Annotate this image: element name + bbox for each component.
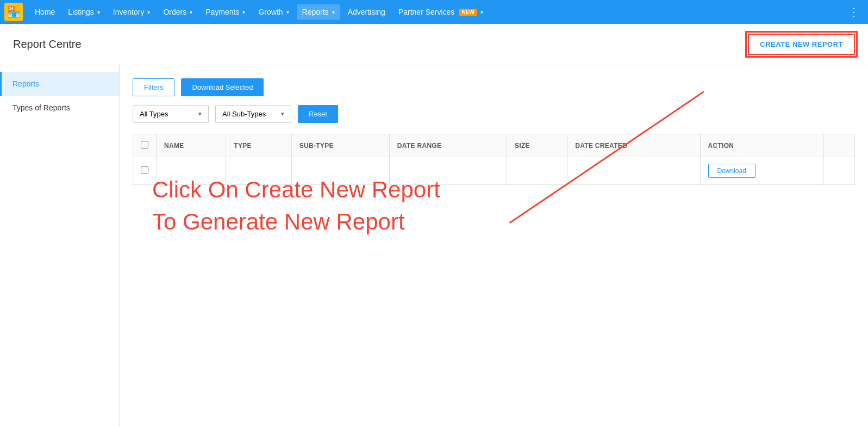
sidebar-item-reports[interactable]: Reports <box>0 72 119 96</box>
all-subtypes-label: All Sub-Types <box>222 110 266 118</box>
row-extra <box>824 157 855 185</box>
sidebar-item-types-of-reports[interactable]: Types of Reports <box>0 96 119 120</box>
row-subtype <box>291 157 389 185</box>
nav-advertising[interactable]: Advertising <box>342 4 391 20</box>
row-name <box>157 157 226 185</box>
all-subtypes-dropdown[interactable]: All Sub-Types ▾ <box>215 105 291 123</box>
col-type: TYPE <box>226 134 291 157</box>
logo[interactable]: 🏪 <box>4 3 23 21</box>
content-area: Filters Download Selected All Types ▾ Al… <box>120 65 868 427</box>
nav-reports-label: Reports <box>302 8 329 16</box>
nav-advertising-label: Advertising <box>348 8 385 16</box>
row-size <box>507 157 567 185</box>
new-badge: NEW <box>459 9 477 16</box>
nav-payments[interactable]: Payments ▾ <box>200 4 251 20</box>
col-checkbox <box>133 134 157 157</box>
col-extra <box>824 134 855 157</box>
row-checkbox[interactable] <box>141 166 148 174</box>
row-action: Download <box>700 157 824 185</box>
chevron-down-icon: ▾ <box>480 9 483 15</box>
more-options-icon[interactable]: ⋮ <box>844 3 864 21</box>
table-header-row: NAME TYPE SUB-TYPE DATE RANGE SIZE <box>133 134 855 157</box>
chevron-down-icon: ▾ <box>97 9 100 15</box>
chevron-down-icon: ▾ <box>242 9 245 15</box>
chevron-down-icon: ▾ <box>286 9 289 15</box>
sidebar-types-label: Types of Reports <box>13 103 70 112</box>
row-checkbox-cell <box>133 157 157 185</box>
chevron-down-icon: ▾ <box>190 9 192 15</box>
main-layout: Reports Types of Reports Filters Downloa… <box>0 65 868 427</box>
navbar: 🏪 Home Listings ▾ Inventory ▾ Orders ▾ P… <box>0 0 868 24</box>
all-types-dropdown[interactable]: All Types ▾ <box>133 105 209 123</box>
sidebar: Reports Types of Reports <box>0 65 120 427</box>
nav-partner-services[interactable]: Partner Services NEW ▾ <box>393 4 489 20</box>
all-types-label: All Types <box>140 110 168 118</box>
col-daterange: DATE RANGE <box>389 134 507 157</box>
col-action: ACTION <box>700 134 824 157</box>
reports-table: NAME TYPE SUB-TYPE DATE RANGE SIZE <box>133 134 855 185</box>
filters-button[interactable]: Filters <box>133 78 174 96</box>
nav-inventory-label: Inventory <box>113 8 145 16</box>
page-title: Report Centre <box>13 38 82 51</box>
nav-orders-label: Orders <box>163 8 186 16</box>
nav-listings[interactable]: Listings ▾ <box>63 4 105 20</box>
nav-reports[interactable]: Reports ▾ <box>297 4 340 20</box>
sidebar-reports-label: Reports <box>13 79 39 88</box>
download-button[interactable]: Download <box>708 164 755 178</box>
nav-inventory[interactable]: Inventory ▾ <box>108 4 156 20</box>
col-name: NAME <box>157 134 226 157</box>
chevron-down-icon: ▾ <box>332 9 335 15</box>
col-datecreated: DATE CREATED <box>567 134 700 157</box>
annotation-line2: To Generate New Report <box>152 206 440 238</box>
nav-growth-label: Growth <box>258 8 283 16</box>
download-selected-button[interactable]: Download Selected <box>181 78 264 96</box>
chevron-down-icon: ▾ <box>281 110 284 117</box>
nav-payments-label: Payments <box>205 8 239 16</box>
filters-row: All Types ▾ All Sub-Types ▾ Reset <box>133 105 855 123</box>
row-daterange <box>389 157 507 185</box>
nav-home[interactable]: Home <box>29 4 60 20</box>
col-subtype: SUB-TYPE <box>291 134 389 157</box>
select-all-checkbox[interactable] <box>141 141 148 148</box>
nav-growth[interactable]: Growth ▾ <box>253 4 294 20</box>
page-header: Report Centre CREATE NEW REPORT <box>0 24 868 65</box>
nav-orders[interactable]: Orders ▾ <box>158 4 198 20</box>
chevron-down-icon: ▾ <box>198 110 202 117</box>
chevron-down-icon: ▾ <box>147 9 150 15</box>
table-row: Download <box>133 157 855 185</box>
col-size: SIZE <box>507 134 567 157</box>
row-datecreated <box>567 157 700 185</box>
nav-listings-label: Listings <box>68 8 93 16</box>
reset-button[interactable]: Reset <box>298 105 338 123</box>
nav-home-label: Home <box>35 8 55 16</box>
row-type <box>226 157 291 185</box>
toolbar: Filters Download Selected <box>133 78 855 96</box>
create-new-report-button[interactable]: CREATE NEW REPORT <box>748 34 855 55</box>
logo-icon: 🏪 <box>7 5 21 18</box>
nav-partner-services-label: Partner Services <box>398 8 454 16</box>
